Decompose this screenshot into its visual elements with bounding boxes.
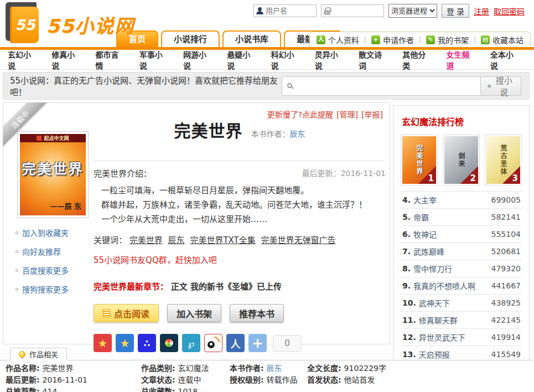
detail-field: 文章状态:连载中 (141, 374, 230, 386)
keyword-link[interactable]: 完美世界 (129, 235, 163, 245)
detail-author-link[interactable]: 辰东 (267, 363, 282, 374)
ranking-cover-2[interactable]: 剑来 2 (443, 135, 480, 185)
keyword-link[interactable]: 辰东 (168, 235, 185, 245)
login-mode-select[interactable]: 浏览器进程 (388, 4, 437, 18)
cat-wangyou[interactable]: 网游小说 (183, 49, 210, 71)
add-to-shelf-button[interactable]: 加入书架 (167, 304, 221, 322)
login-button[interactable]: 登 录 (442, 4, 469, 18)
apply-author-link[interactable]: +申请作者 (371, 34, 414, 45)
share-renren-icon[interactable]: 人 (226, 334, 245, 352)
cat-junshi[interactable]: 军事小说 (139, 49, 166, 71)
detail-field: 总收藏数:1018 (141, 386, 230, 392)
detail-value: 2016-11-01 (43, 374, 87, 386)
share-baidu-icon[interactable]: ∴ (138, 334, 156, 352)
read-button[interactable]: 点击阅读 (94, 304, 159, 322)
cat-nvsheng[interactable]: 女生频道 (447, 49, 473, 71)
my-shelf-link[interactable]: ✎我的书架 (426, 34, 469, 45)
latest-chapter-link[interactable]: 正文 我的新书《圣墟》已上传 (171, 282, 282, 292)
share-sina-weibo-icon[interactable] (204, 334, 222, 352)
bookmark-icon: ▤ (481, 35, 490, 44)
ranking-item[interactable]: 8.雪中悍刀行479320 (401, 260, 522, 277)
category-nav: 玄幻小说 修真小说 都市言情 军事小说 网游小说 悬疑小说 科幻小说 灵异小说 … (0, 50, 534, 70)
author-link[interactable]: 辰东 (290, 130, 305, 138)
ranking-cover-3[interactable]: 荒古圣体 3 (485, 135, 522, 185)
detail-label: 总推荐数: (6, 386, 40, 392)
tab-novel-library[interactable]: 小说书库 (222, 30, 281, 47)
description-line: 一个少年从大荒中走出，一切从这里开始…… (101, 212, 386, 226)
page: 55 55小说网 浏览器进程 登 录 注册 取回密码 首页 小说排行 小说书库 … (0, 0, 534, 392)
rank-number: 11. (402, 316, 416, 324)
password-input[interactable] (333, 7, 377, 15)
ranking-item[interactable]: 5.帝霸582141 (401, 209, 522, 226)
rank-number: 1 (428, 173, 434, 183)
username-input[interactable] (266, 7, 310, 15)
rank-number: 13. (402, 350, 416, 359)
detail-value: 414 (43, 386, 58, 392)
cat-qita[interactable]: 其他分类 (402, 49, 429, 71)
ranking-item[interactable]: 7.武炼巅峰520681 (401, 243, 522, 260)
details-row: 作品名称:完美世界 作品类别:玄幻魔法 本书作者:辰东 全文长度:9102229… (6, 363, 533, 374)
ranking-item[interactable]: 6.牧神记555104 (401, 226, 522, 243)
recover-password-link[interactable]: 取回密码 (494, 6, 525, 17)
detail-field: 首发状态:他站首发 (307, 374, 533, 386)
cat-lingyi[interactable]: 灵异小说 (315, 49, 341, 71)
cat-sanwen[interactable]: 散文诗词 (359, 49, 385, 71)
ranking-top3: 完美世界 1 剑来 2 荒古圣体 3 (401, 135, 522, 192)
keyword-link[interactable]: 完美世界TXT全集 (190, 235, 255, 245)
recommend-book-label: 推荐本书 (239, 307, 274, 320)
ranking-cover-1[interactable]: 完美世界 1 (401, 135, 438, 185)
my-shelf-label: 我的书架 (438, 34, 469, 45)
ranking-item[interactable]: 9.我真的不想喷人啊441667 (401, 277, 522, 295)
qq-group-notice[interactable]: 55小说网书友QQ群，赶快加入吧 (94, 254, 386, 265)
cat-xuanyi[interactable]: 悬疑小说 (227, 49, 253, 71)
detail-value: 转载作品 (267, 374, 298, 386)
share-more-icon[interactable]: + (248, 334, 267, 352)
share-tencent-weibo-icon[interactable] (160, 334, 178, 352)
recommend-to-friends-link[interactable]: 向好友推荐 (15, 246, 69, 257)
share-qzone-icon[interactable]: ★ (94, 334, 112, 352)
share-qq-bookmark-icon[interactable]: ★ (116, 334, 134, 352)
tab-novel-ranking[interactable]: 小说排行 (161, 30, 220, 47)
detail-label: 首发状态: (307, 374, 341, 386)
cat-kehuan[interactable]: 科幻小说 (271, 49, 298, 71)
last-update-label: 最后更新： (302, 169, 341, 178)
recommend-to-friends-label: 向好友推荐 (22, 246, 61, 257)
ranking-item[interactable]: 4.大主宰699005 (401, 192, 522, 209)
cat-xuanhuan[interactable]: 玄幻小说 (8, 49, 34, 71)
book-top-links: 更新慢了?点此提醒 [管理] [举报] (267, 109, 383, 120)
tencent-weibo-logo (164, 338, 174, 348)
keyword-link[interactable]: 完美世界无弹窗广告 (261, 235, 336, 245)
ranking-item[interactable]: 10.武神天下438925 (401, 295, 522, 312)
manage-link[interactable]: [管理] (336, 109, 358, 120)
share-pengyou-icon[interactable]: ℘ (182, 334, 200, 352)
book-side-links: 加入到收藏夹 向好友推荐 百度搜索更多 搜狗搜索更多 (15, 227, 69, 302)
search-button[interactable]: ◆搜小说 (481, 76, 521, 96)
add-shelf-label: 加入书架 (177, 307, 212, 320)
description-line: 群雄并起，万族林立，诸圣争霸，乱天动地。问苍茫大地，谁主沉浮？！ (101, 198, 386, 212)
baidu-search-more-link[interactable]: 百度搜索更多 (15, 265, 69, 276)
ranking-item[interactable]: 11.修真聊天群422145 (401, 312, 522, 329)
report-link[interactable]: [举报] (361, 109, 383, 120)
lightbulb-icon (19, 351, 25, 358)
username-field-wrap (253, 4, 317, 17)
register-link[interactable]: 注册 (474, 6, 489, 17)
search-input[interactable] (298, 81, 480, 90)
details-panel: 作品名称:完美世界 作品类别:玄幻魔法 本书作者:辰东 全文长度:9102229… (0, 360, 533, 392)
ranking-item[interactable]: 12.异世灵武天下419914 (401, 329, 522, 346)
profile-link[interactable]: 人个人资料 (317, 34, 359, 45)
detail-value: 连载中 (178, 374, 201, 386)
rank-number: 4. (402, 195, 411, 204)
bookmark-site-link[interactable]: ▤收藏本站 (481, 34, 523, 45)
weibo-signal-glyph (214, 337, 220, 342)
divider: | (474, 36, 476, 44)
sogou-search-more-link[interactable]: 搜狗搜索更多 (15, 283, 69, 295)
update-remind-link[interactable]: 更新慢了?点此提醒 (267, 109, 333, 120)
recommend-book-button[interactable]: 推荐本书 (230, 304, 284, 322)
cat-dushi[interactable]: 都市言情 (96, 49, 122, 71)
cat-quanben[interactable]: 全本小说 (490, 49, 517, 71)
site-logo[interactable]: 55 55小说网 (6, 2, 134, 45)
details-tab[interactable]: 作品相关 (10, 348, 67, 360)
cover-title: 剑来 (457, 152, 466, 168)
cat-xiuzhen[interactable]: 修真小说 (51, 49, 78, 71)
add-to-favorites-link[interactable]: 加入到收藏夹 (15, 227, 69, 238)
